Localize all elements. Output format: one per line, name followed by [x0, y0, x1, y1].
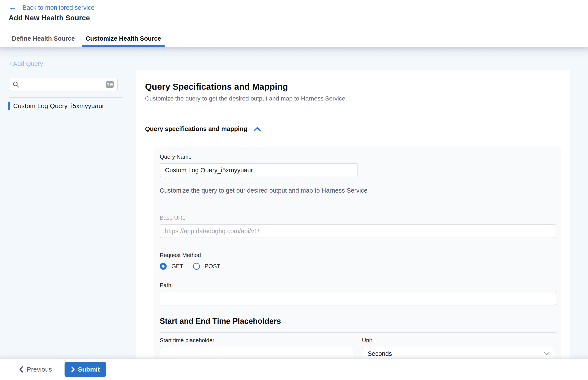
add-query-button[interactable]: + Add Query	[8, 60, 43, 68]
query-help-text: Customize the query to get our desired o…	[160, 187, 555, 194]
submit-button[interactable]: Submit	[65, 362, 106, 377]
unit-select[interactable]: Seconds	[362, 347, 555, 358]
chevron-right-icon	[71, 366, 75, 372]
request-method-radio-group: GET POST	[160, 262, 555, 271]
request-method-label: Request Method	[160, 252, 555, 259]
section-title: Query specifications and mapping	[145, 125, 247, 133]
sidebar-divider	[9, 97, 123, 98]
panel-title: Query Specifications and Mapping	[145, 82, 561, 92]
panel-head: Query Specifications and Mapping Customi…	[136, 70, 570, 109]
path-input[interactable]	[160, 292, 556, 305]
search-input[interactable]	[22, 81, 106, 88]
plus-icon: +	[8, 60, 12, 68]
unit-select-value: Seconds	[368, 350, 392, 357]
card-divider-2	[160, 332, 556, 333]
main-panel: Query Specifications and Mapping Customi…	[136, 70, 570, 358]
chevron-up-icon[interactable]	[253, 126, 261, 132]
tab-define-health-source[interactable]: Define Health Source	[8, 30, 79, 47]
selected-indicator-bar	[8, 102, 10, 110]
query-search-box	[9, 77, 118, 91]
collapsible-section-header[interactable]: Query specifications and mapping	[136, 109, 570, 133]
card-view-icon[interactable]	[106, 81, 114, 88]
path-label: Path	[160, 282, 555, 288]
search-icon	[13, 81, 19, 88]
panel-subtitle: Customize the query to get the desired o…	[145, 95, 561, 102]
base-url-label: Base URL	[160, 214, 555, 221]
start-time-input[interactable]	[160, 347, 353, 358]
header-top: ← Back to monitored service Add New Heal…	[0, 0, 588, 30]
previous-button[interactable]: Previous	[19, 366, 52, 373]
base-url-input[interactable]	[160, 224, 556, 238]
radio-get-circle	[160, 263, 167, 270]
query-spec-card: Query Name Customize the query to get ou…	[154, 147, 561, 358]
footer-bar: Previous Submit	[0, 358, 588, 380]
time-placeholders-heading: Start and End Time Placeholders	[160, 317, 555, 326]
back-link-label: Back to monitored service	[22, 4, 95, 11]
submit-button-label: Submit	[78, 366, 100, 373]
tab-bar: Define Health Source Customize Health So…	[0, 30, 588, 47]
tab-customize-health-source[interactable]: Customize Health Source	[82, 30, 165, 47]
start-time-label: Start time placeholder	[160, 337, 362, 344]
query-list-item[interactable]: Custom Log Query_i5xmyyuaur	[8, 102, 129, 110]
radio-post[interactable]: POST	[193, 263, 221, 270]
query-sidebar: + Add Query Custom Log Query_i5xmyyuaur	[0, 47, 136, 358]
radio-post-label: POST	[205, 263, 221, 270]
back-link[interactable]: ← Back to monitored service	[9, 3, 579, 12]
unit-label: Unit	[362, 337, 555, 344]
radio-get-label: GET	[171, 263, 184, 270]
previous-button-label: Previous	[27, 366, 52, 373]
page-header: ← Back to monitored service Add New Heal…	[0, 0, 588, 47]
radio-post-circle	[193, 263, 200, 270]
chevron-down-icon	[544, 352, 550, 355]
query-item-label: Custom Log Query_i5xmyyuaur	[13, 102, 104, 110]
query-name-label: Query Name	[160, 153, 555, 160]
time-placeholder-row: Start time placeholder Unit Seconds	[160, 337, 555, 358]
query-name-input[interactable]	[160, 163, 358, 177]
radio-get[interactable]: GET	[160, 263, 184, 270]
add-query-label: Add Query	[13, 60, 43, 67]
chevron-left-icon	[19, 366, 23, 373]
page-title: Add New Health Source	[9, 14, 579, 22]
back-arrow-icon: ←	[9, 3, 17, 11]
card-divider	[160, 202, 556, 202]
content-area: + Add Query Custom Log Query_i5xmyyuaur	[0, 47, 588, 358]
